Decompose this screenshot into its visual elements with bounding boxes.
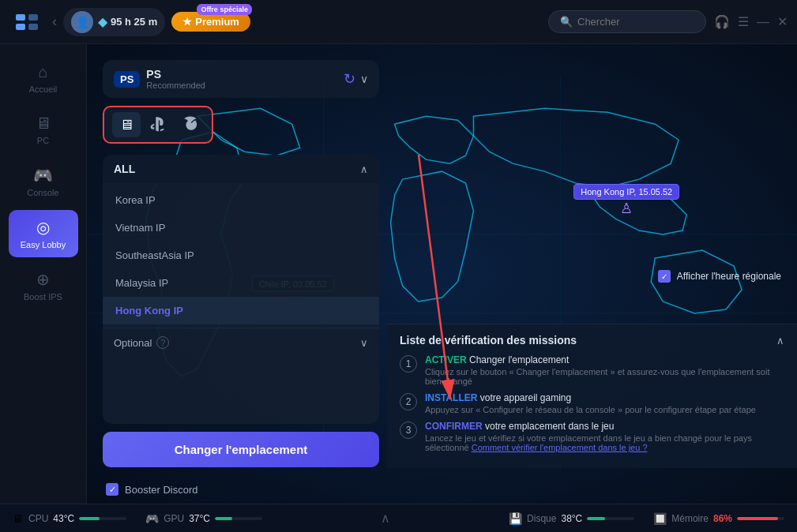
sidebar-label-boost-ips: Boost IPS — [24, 292, 62, 302]
sidebar-item-console[interactable]: 🎮 Console — [9, 158, 78, 205]
memory-progress-bar — [737, 517, 784, 520]
platform-bar: PS PS Recommended ↻ ∨ — [103, 60, 379, 98]
disk-value: 38°C — [561, 513, 582, 524]
step-2-num: 2 — [400, 393, 417, 410]
monitor-icon-btn[interactable]: 🖥 — [112, 112, 141, 137]
server-list-chevron[interactable]: ∧ — [360, 163, 368, 175]
mission-collapse-button[interactable]: ∧ — [776, 335, 784, 347]
change-location-button[interactable]: Changer l'emplacement — [103, 432, 379, 467]
gpu-progress-bar — [215, 517, 262, 520]
platform-chevron-down[interactable]: ∨ — [360, 73, 368, 85]
diamond-icon: ◆ — [98, 14, 107, 29]
server-item-southeast[interactable]: SoutheastAsia IP — [103, 242, 379, 269]
minimize-icon[interactable]: — — [757, 15, 769, 29]
accueil-icon: ⌂ — [38, 63, 47, 81]
memory-icon: 🔲 — [653, 512, 667, 525]
svg-rect-3 — [28, 24, 38, 30]
afficher-label: Afficher l'heure régionale — [677, 271, 781, 282]
sidebar-item-boost-ips[interactable]: ⊕ Boost IPS — [9, 262, 78, 309]
mission-step-1: 1 ACTIVER Changer l'emplacement Cliquez … — [400, 354, 784, 386]
hongkong-pin[interactable]: Hong Kong IP, 15.05.52 ♙ — [573, 184, 679, 217]
console-icon: 🎮 — [33, 166, 53, 185]
cpu-label: CPU — [28, 513, 48, 524]
statusbar: 🖥 CPU 43°C 🎮 GPU 37°C ∧ 💾 Disque 38°C 🔲 … — [0, 504, 797, 532]
optional-row: Optional ? ∨ — [103, 328, 379, 357]
optional-label: Optional ? — [114, 336, 169, 349]
afficher-row[interactable]: ✓ Afficher l'heure régionale — [658, 270, 781, 283]
statusbar-chevron-up[interactable]: ∧ — [381, 511, 390, 526]
server-item-vietnam[interactable]: Vietnam IP — [103, 214, 379, 242]
step-3-rest: votre emplacement dans le jeu — [485, 421, 614, 432]
main-content: ⌂ Accueil 🖥 PC 🎮 Console ◎ Easy Lobby ⊕ … — [0, 44, 797, 504]
easy-lobby-icon: ◎ — [36, 218, 50, 237]
platform-sub: PS Recommended — [146, 68, 205, 90]
memory-progress-fill — [737, 517, 778, 520]
step-2-content: INSTALLER votre appareil gaming Appuyez … — [425, 392, 784, 414]
server-item-korea[interactable]: Korea IP — [103, 186, 379, 214]
back-button[interactable]: ‹ — [52, 13, 57, 30]
xbox-icon-btn[interactable] — [175, 112, 204, 137]
headset-icon[interactable]: 🎧 — [714, 14, 730, 29]
titlebar-controls: 🎧 ☰ — ✕ — [714, 14, 788, 29]
step-1-num: 1 — [400, 355, 417, 373]
status-gpu: 🎮 GPU 37°C — [145, 512, 262, 525]
svg-rect-1 — [16, 24, 25, 30]
gpu-icon: 🎮 — [145, 512, 159, 525]
step-2-action: INSTALLER votre appareil gaming — [425, 392, 784, 403]
premium-button[interactable]: ★ Premium Offre spéciale — [171, 12, 250, 32]
step-1-action: ACTIVER Changer l'emplacement — [425, 354, 784, 365]
step-3-content: CONFIRMER votre emplacement dans le jeu … — [425, 421, 784, 452]
optional-chevron[interactable]: ∨ — [360, 337, 368, 349]
premium-star-icon: ★ — [182, 16, 192, 28]
refresh-button[interactable]: ↻ — [344, 70, 355, 88]
step-3-action: CONFIRMER votre emplacement dans le jeu — [425, 421, 784, 432]
sidebar-label-console: Console — [27, 188, 58, 197]
server-list-header: ALL ∧ — [103, 155, 379, 183]
sidebar-item-pc[interactable]: 🖥 PC — [9, 107, 78, 153]
server-item-hongkong[interactable]: Hong Kong IP — [103, 297, 379, 324]
mission-header: Liste de vérification des missions ∧ — [400, 334, 784, 347]
search-bar[interactable]: 🔍 — [548, 10, 706, 33]
optional-help-icon[interactable]: ? — [156, 336, 169, 349]
sidebar-item-accueil[interactable]: ⌂ Accueil — [9, 55, 78, 102]
avatar: 👤 — [71, 11, 93, 33]
memory-label: Mémoire — [671, 513, 709, 524]
titlebar: ‹ 👤 ◆ 95 h 25 m ★ Premium Offre spéciale… — [0, 0, 797, 44]
boost-ips-icon: ⊕ — [36, 270, 50, 289]
step-2-keyword: INSTALLER — [425, 392, 477, 403]
afficher-checkbox[interactable]: ✓ — [658, 270, 671, 283]
svg-rect-2 — [28, 14, 38, 21]
cpu-icon: 🖥 — [13, 512, 24, 525]
menu-icon[interactable]: ☰ — [738, 14, 749, 29]
server-item-malaysia[interactable]: Malaysia IP — [103, 269, 379, 297]
sidebar-label-accueil: Accueil — [29, 84, 57, 94]
close-icon[interactable]: ✕ — [777, 14, 788, 29]
premium-label: Premium — [195, 16, 239, 28]
status-disk: 💾 Disque 38°C — [509, 512, 634, 525]
booster-checkbox[interactable]: ✓ — [106, 483, 118, 496]
step-3-link[interactable]: Comment vérifier l'emplacement dans le j… — [472, 443, 648, 452]
step-3-num: 3 — [400, 421, 417, 439]
hongkong-label: Hong Kong IP, 15.05.52 — [573, 184, 679, 200]
booster-label: Booster Discord — [125, 484, 197, 496]
step-1-rest: Changer l'emplacement — [469, 354, 569, 365]
left-panel: PS PS Recommended ↻ ∨ 🖥 — [87, 44, 395, 504]
offre-speciale-badge: Offre spéciale — [197, 4, 252, 15]
mission-step-3: 3 CONFIRMER votre emplacement dans le je… — [400, 421, 784, 452]
step-3-sub: Lancez le jeu et vérifiez si votre empla… — [425, 433, 784, 452]
step-3-keyword: CONFIRMER — [425, 421, 483, 432]
content-area: Chile IP, 03.05.52 ▼ Hong Kong IP, 15.05… — [87, 44, 797, 504]
disk-progress-bar — [587, 517, 634, 520]
hongkong-pin-icon: ♙ — [573, 200, 679, 217]
search-input[interactable] — [577, 16, 694, 28]
platform-controls: ↻ ∨ — [344, 70, 368, 88]
disk-label: Disque — [527, 513, 556, 524]
search-icon: 🔍 — [560, 16, 573, 28]
playstation-icon-btn[interactable] — [144, 112, 172, 137]
disk-icon: 💾 — [509, 512, 522, 525]
sidebar-item-easy-lobby[interactable]: ◎ Easy Lobby — [9, 210, 78, 257]
booster-row: ✓ Booster Discord — [103, 483, 379, 504]
user-time: 95 h 25 m — [111, 16, 157, 28]
server-all-label: ALL — [114, 163, 135, 175]
step-2-rest: votre appareil gaming — [480, 392, 571, 403]
